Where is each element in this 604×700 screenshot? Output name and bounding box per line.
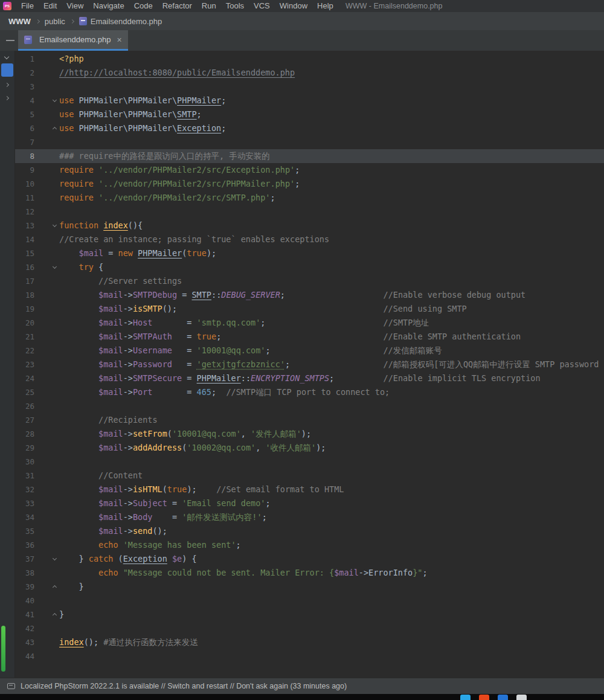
fold-marker-icon[interactable] <box>52 98 56 102</box>
code-token[interactable]: '10001@qq.com' <box>197 345 266 355</box>
code-token[interactable]: <?php <box>59 54 84 63</box>
code-token[interactable] <box>334 373 383 383</box>
code-token[interactable]: //Enable SMTP authentication <box>383 332 521 341</box>
code-token[interactable]: ; <box>236 540 241 550</box>
code-token[interactable]: ### require中的路径是跟访问入口的持平, 手动安装的 <box>59 151 270 161</box>
code-token[interactable]: $mail <box>98 318 123 327</box>
line-number[interactable]: 31 <box>15 469 34 483</box>
code-token[interactable]: DEBUG_SERVER <box>221 290 280 300</box>
code-text[interactable]: echo "Message could not be sent. Mailer … <box>59 566 428 580</box>
code-token[interactable]: 'Email send demo' <box>182 498 265 508</box>
code-token[interactable]: -> <box>123 345 133 355</box>
line-number[interactable]: 44 <box>15 649 34 663</box>
line-number[interactable]: 15 <box>15 246 34 260</box>
breadcrumb-root[interactable]: WWW <box>8 17 31 26</box>
code-text[interactable]: $mail->isHTML(true); //Set email format … <box>59 483 344 496</box>
code-token[interactable]: //Server settings <box>98 276 182 286</box>
code-text[interactable]: $mail->setFrom('10001@qq.com', '发件人邮箱'); <box>59 427 311 441</box>
code-token[interactable]: $mail <box>98 290 123 300</box>
code-token[interactable]: 'getxjtgfczbznicc' <box>197 359 285 369</box>
code-text[interactable]: } <box>59 580 84 594</box>
code-token[interactable]: Exception <box>123 554 167 564</box>
code-text[interactable]: $mail = new PHPMailer(true); <box>59 246 216 260</box>
code-text[interactable]: function index(){ <box>59 219 143 233</box>
code-token[interactable]: index <box>59 637 84 647</box>
status-message[interactable]: Localized PhpStorm 2022.2.1 is available… <box>21 682 347 690</box>
code-token[interactable]: //http://localhost:8080/public/Emailsend… <box>59 68 295 77</box>
code-token[interactable] <box>271 345 384 355</box>
code-token[interactable] <box>265 318 383 327</box>
code-token[interactable]: ; <box>262 512 267 522</box>
code-token[interactable]: addAddress <box>133 443 182 452</box>
code-token[interactable]: SMTP <box>177 109 197 119</box>
code-token[interactable] <box>167 554 172 564</box>
taskbar-app-icon-2[interactable] <box>479 695 489 700</box>
code-token[interactable]: -> <box>123 290 133 300</box>
code-token[interactable]: ; <box>422 568 427 577</box>
code-token[interactable]: 465 <box>197 387 211 397</box>
code-token[interactable]: PHPMailer <box>197 373 241 383</box>
line-number[interactable]: 30 <box>15 455 34 469</box>
code-token[interactable]: -> <box>123 429 133 438</box>
code-token[interactable]: -> <box>123 484 133 494</box>
code-token[interactable]: //Enable implicit TLS encryption <box>384 373 541 383</box>
code-token[interactable]: //Recipients <box>98 415 158 425</box>
code-token[interactable]: index <box>103 220 128 230</box>
menu-navigate[interactable]: Navigate <box>88 0 129 12</box>
event-log-icon[interactable] <box>7 683 15 689</box>
code-token[interactable]: ENCRYPTION_SMTPS <box>251 373 329 383</box>
line-number[interactable]: 28 <box>15 427 34 441</box>
code-text[interactable]: $mail->send(); <box>59 524 167 538</box>
code-token[interactable]: require <box>59 165 98 175</box>
code-text[interactable]: $mail->Username = '10001@qq.com'; //发信邮箱… <box>59 344 442 358</box>
line-number[interactable]: 38 <box>15 566 34 580</box>
code-token[interactable] <box>59 498 98 508</box>
breadcrumb-folder[interactable]: public <box>45 17 65 26</box>
code-token[interactable]: ) { <box>182 554 196 564</box>
code-text[interactable]: //Create an instance; passing `true` ena… <box>59 233 329 246</box>
line-number[interactable]: 12 <box>15 205 34 219</box>
code-token[interactable]: Subject <box>133 498 167 508</box>
code-token[interactable]: -> <box>123 498 133 508</box>
code-token[interactable]: require <box>59 193 98 202</box>
code-token[interactable]: 'smtp.qq.com' <box>197 318 261 327</box>
line-number[interactable]: 33 <box>15 496 34 510</box>
line-number[interactable]: 16 <box>15 260 34 274</box>
line-number[interactable]: 21 <box>15 330 34 344</box>
line-number[interactable]: 9 <box>15 163 34 177</box>
code-token[interactable] <box>59 568 98 577</box>
code-text[interactable]: //Content <box>59 469 143 483</box>
code-token[interactable]: $mail <box>98 387 123 397</box>
code-text[interactable]: //http://localhost:8080/public/Emailsend… <box>59 66 295 80</box>
line-number[interactable]: 26 <box>15 399 34 413</box>
code-text[interactable]: $mail->Port = 465; //SMTP端口 TCP port to … <box>59 385 390 399</box>
code-token[interactable]: ; <box>221 95 226 105</box>
code-token[interactable]: -> <box>123 304 133 313</box>
menu-view[interactable]: View <box>62 0 88 12</box>
code-text[interactable]: echo 'Message has been sent'; <box>59 538 241 552</box>
code-token[interactable]: true <box>187 248 207 258</box>
chevron-down-icon[interactable] <box>4 54 9 59</box>
code-token[interactable]: //Content <box>98 470 143 480</box>
code-token[interactable]: = <box>152 318 196 327</box>
code-token[interactable]: 'Message has been sent' <box>123 540 236 550</box>
code-token[interactable]: { <box>94 262 103 272</box>
code-token[interactable] <box>59 429 98 438</box>
fold-marker-icon[interactable] <box>52 556 56 560</box>
code-text[interactable]: $mail->isSMTP(); //Send using SMTP <box>59 302 467 316</box>
code-token[interactable]: Exception <box>177 123 221 133</box>
fold-marker-icon[interactable] <box>52 265 56 269</box>
line-number[interactable]: 4 <box>15 94 34 108</box>
code-token[interactable] <box>59 415 98 425</box>
code-token[interactable]: setFrom <box>133 429 167 438</box>
code-text[interactable]: } catch (Exception $e) { <box>59 552 197 566</box>
code-token[interactable]: SMTPSecure <box>133 373 182 383</box>
code-token[interactable]: $mail <box>98 498 123 508</box>
code-token[interactable]: ; <box>265 498 270 508</box>
code-token[interactable]: Body <box>133 512 153 522</box>
code-token[interactable]: $mail <box>98 345 123 355</box>
code-token[interactable]: SMTPDebug <box>133 290 177 300</box>
line-number[interactable]: 37 <box>15 552 34 566</box>
code-text[interactable]: //Recipients <box>59 413 158 427</box>
code-token[interactable]: "Message could not be sent. Mailer Error… <box>123 568 335 577</box>
